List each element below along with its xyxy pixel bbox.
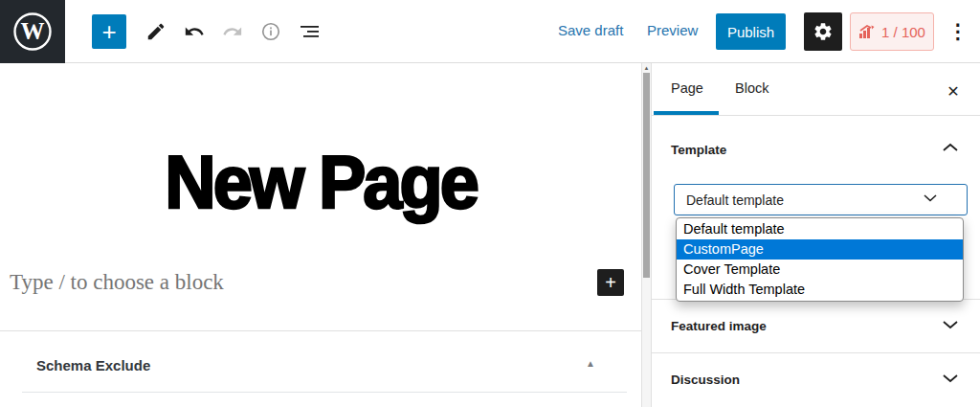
seo-score-value: 1 / 100 xyxy=(881,24,925,40)
settings-button[interactable] xyxy=(804,12,842,51)
chevron-down-icon xyxy=(942,373,959,384)
discussion-panel-title: Discussion xyxy=(671,373,740,387)
edit-tool-button[interactable] xyxy=(145,20,167,43)
post-title-input[interactable]: New Page xyxy=(0,140,641,224)
active-tab-indicator xyxy=(654,111,719,115)
template-option-custompage[interactable]: CustomPage xyxy=(677,239,963,260)
svg-text:W: W xyxy=(21,18,45,44)
preview-button[interactable]: Preview xyxy=(647,22,698,38)
settings-sidebar: Page Block ✕ Template Default template D… xyxy=(651,63,980,407)
template-option-fullwidth[interactable]: Full Width Template xyxy=(677,280,963,300)
chevron-up-icon xyxy=(942,142,959,153)
inline-block-inserter-button[interactable]: + xyxy=(597,269,624,296)
options-menu-button[interactable]: ⋮ xyxy=(944,12,972,51)
block-inserter-button[interactable]: + xyxy=(92,14,126,49)
schema-exclude-metabox[interactable]: Schema Exclude ▲ xyxy=(0,330,641,407)
seo-chart-icon xyxy=(858,25,876,39)
editor-scrollbar[interactable]: ▲ xyxy=(642,63,651,407)
featured-image-expand-button[interactable] xyxy=(942,319,959,333)
editor-top-bar: W + xyxy=(0,0,980,63)
seo-score-badge[interactable]: 1 / 100 xyxy=(850,12,934,51)
publish-button[interactable]: Publish xyxy=(716,13,786,50)
chevron-down-icon xyxy=(942,319,959,330)
close-sidebar-button[interactable]: ✕ xyxy=(942,79,965,102)
info-icon xyxy=(260,21,281,42)
sidebar-tabs: Page Block ✕ xyxy=(652,63,980,116)
template-panel-title: Template xyxy=(671,143,726,157)
template-option-cover[interactable]: Cover Template xyxy=(677,260,963,280)
featured-image-panel-title: Featured image xyxy=(671,319,767,333)
details-button[interactable] xyxy=(259,20,282,43)
wordpress-logo-icon: W xyxy=(12,11,53,52)
list-view-button[interactable] xyxy=(299,20,322,43)
editor-canvas: New Page Type / to choose a block + Sche… xyxy=(0,63,642,407)
collapse-triangle-icon[interactable]: ▲ xyxy=(586,358,595,369)
schema-exclude-title: Schema Exclude xyxy=(36,357,150,373)
wordpress-logo[interactable]: W xyxy=(0,0,65,63)
tab-block[interactable]: Block xyxy=(735,80,768,96)
tab-page[interactable]: Page xyxy=(671,80,703,96)
scrollbar-up-arrow-icon[interactable]: ▲ xyxy=(642,64,651,73)
redo-icon xyxy=(222,21,243,42)
featured-image-panel[interactable]: Featured image xyxy=(652,299,980,352)
paragraph-block-placeholder[interactable]: Type / to choose a block xyxy=(10,270,224,295)
metabox-divider xyxy=(22,392,627,393)
template-option-default[interactable]: Default template xyxy=(677,219,963,239)
discussion-panel[interactable]: Discussion xyxy=(652,352,980,407)
redo-button[interactable] xyxy=(221,20,244,43)
undo-button[interactable] xyxy=(183,20,206,43)
wordpress-editor: W + xyxy=(0,0,980,407)
discussion-expand-button[interactable] xyxy=(942,373,959,387)
template-collapse-button[interactable] xyxy=(942,142,959,156)
template-dropdown-list: Default template CustomPage Cover Templa… xyxy=(676,217,964,302)
select-chevron-down-icon[interactable] xyxy=(923,192,938,206)
list-view-icon xyxy=(299,20,322,43)
save-draft-button[interactable]: Save draft xyxy=(558,22,623,38)
gear-icon xyxy=(813,21,834,42)
pencil-icon xyxy=(145,21,167,42)
scrollbar-thumb[interactable] xyxy=(643,73,650,278)
chevron-down-icon xyxy=(923,192,938,203)
undo-icon xyxy=(184,21,205,42)
